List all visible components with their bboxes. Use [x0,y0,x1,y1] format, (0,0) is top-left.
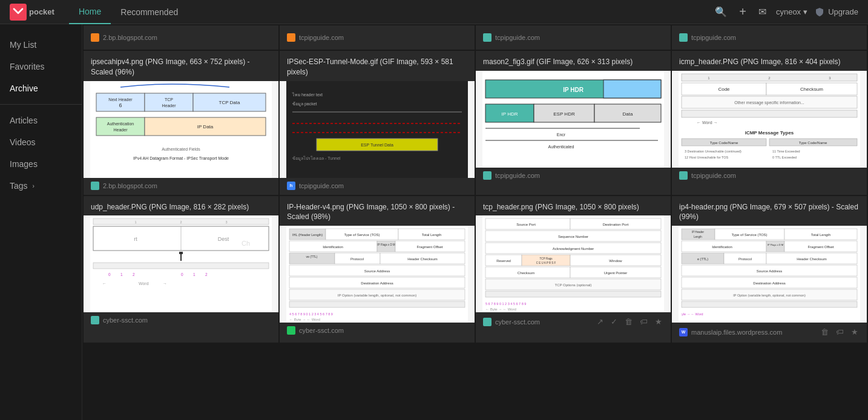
svg-rect-73 [93,263,269,269]
card-title: tcp_header.png (PNG Image, 1050 × 800 pi… [483,202,663,212]
svg-rect-20 [292,111,462,113]
check-button[interactable]: ✓ [610,316,619,327]
grid-item-tcp[interactable]: tcp_header.png (PNG Image, 1050 × 800 pi… [476,196,671,343]
add-icon: + [739,5,746,19]
svg-text:1: 1 [120,272,123,277]
grid-item-2-top[interactable]: tcpipguide.com [280,25,475,50]
sidebar-item-articles[interactable]: Articles [0,110,82,131]
delete-button2[interactable]: 🗑 [820,326,830,338]
grid-item-transport[interactable]: mason2_fig3.gif (GIF Image, 626 × 313 pi… [476,51,671,195]
svg-text:IP Header: IP Header [692,231,705,234]
svg-text:Reserved: Reserved [496,259,511,263]
email-button[interactable]: ✉ [756,4,769,20]
svg-text:Window: Window [609,259,622,263]
svg-text:IP Option (variable length, op: IP Option (variable length, optional, no… [338,294,416,297]
svg-text:Protocol: Protocol [738,257,752,261]
svg-text:Fragment Offset: Fragment Offset [807,245,834,249]
svg-text:Type Code/Name: Type Code/Name [710,141,738,145]
star-icon: ★ [851,327,858,336]
sidebar-item-videos[interactable]: Videos [0,131,82,153]
grid-item-icmp[interactable]: icmp_header.PNG (PNG Image, 816 × 404 pi… [672,51,867,195]
svg-text:3: 3 [225,220,227,224]
email-icon: ✉ [758,6,766,18]
svg-text:← Byte → ← Word: ← Byte → ← Word [289,318,320,321]
svg-rect-51 [682,110,857,117]
share-icon: ↗ [597,317,603,326]
site-favicon [91,33,99,42]
card-image: 1 2 3 Code Checksum Other message specif… [672,71,867,168]
add-button[interactable]: + [737,2,749,21]
grid-item-1-top[interactable]: 2.bp.blogspot.com [84,25,278,50]
svg-text:0: 0 [108,272,111,277]
card-header: IPSec-ESP-Tunnel-Mode.gif (GIF Image, 59… [280,51,475,81]
card-footer: tcpipguide.com [476,168,671,185]
grid-item-ipsec-esp[interactable]: IPSec-ESP-Tunnel-Mode.gif (GIF Image, 59… [280,51,475,195]
card-title: mason2_fig3.gif (GIF Image, 626 × 313 pi… [483,57,663,67]
card-image: ไทย header text ข้อมูล packet ESP Tunnel… [280,81,475,178]
svg-text:ICMP Message Types: ICMP Message Types [745,130,794,136]
card-title: ipsecahipv4.png (PNG Image, 663 × 752 pi… [91,57,271,77]
card-image: 1 2 3 rt Dest 0 [84,215,278,312]
grid-item-ipsecah[interactable]: ipsecahipv4.png (PNG Image, 663 × 752 pi… [84,51,278,195]
card-header: ipsecahipv4.png (PNG Image, 663 × 752 pi… [84,51,278,81]
svg-text:Header: Header [114,128,128,132]
card-image: Next Header 6 TCP Header TCP Data Authen… [84,81,278,178]
svg-text:Type of Service (TOS): Type of Service (TOS) [344,233,380,237]
svg-text:IP Flags x D M: IP Flags x D M [377,243,395,246]
site-favicon: h [287,182,295,190]
trash-icon: 🗑 [821,327,829,336]
card-footer: tcpipguide.com [672,168,867,185]
grid-item-udp[interactable]: udp_header.PNG (PNG Image, 816 × 282 pix… [84,196,278,343]
grid-item-ip4[interactable]: ip4-header.png (PNG Image, 679 × 507 pix… [672,196,867,343]
nav-links: Home Recommended [69,0,712,24]
site-name: cyber-ssct.com [103,317,271,324]
site-favicon [679,33,688,42]
svg-text:Authenticated: Authenticated [548,145,574,149]
tag-button2[interactable]: 🏷 [835,326,845,338]
sidebar-item-favorites[interactable]: Favorites [0,56,82,77]
nav-home[interactable]: Home [69,0,111,24]
source-name: tcpipguide.com [495,34,663,41]
favorite-button2[interactable]: ★ [850,326,860,338]
grid-item-ip-header[interactable]: IP-Header-v4.png (PNG Image, 1050 × 800 … [280,196,475,343]
card-title: icmp_header.PNG (PNG Image, 816 × 404 pi… [679,57,860,67]
sidebar-item-tags[interactable]: Tags › [0,175,82,197]
site-favicon [91,316,99,324]
site-favicon [483,171,492,180]
search-icon: 🔍 [715,6,727,18]
svg-rect-134 [485,291,661,297]
site-name: tcpipguide.com [691,172,860,179]
grid-item-4-top[interactable]: tcpipguide.com [672,25,867,50]
upgrade-button[interactable]: Upgrade [815,7,858,17]
svg-text:Checksum: Checksum [800,87,823,92]
svg-text:e (TTL): e (TTL) [697,257,708,261]
search-button[interactable]: 🔍 [712,4,729,20]
logo[interactable]: pocket [10,4,54,21]
svg-text:TCP Options (optional): TCP Options (optional) [555,283,592,287]
nav-recommended[interactable]: Recommended [111,0,188,24]
svg-text:Total Length: Total Length [811,233,831,237]
sidebar-item-label: Archive [10,84,38,93]
chevron-right-icon: › [33,183,35,189]
tag-button[interactable]: 🏷 [639,316,649,327]
sidebar-item-images[interactable]: Images [0,153,82,175]
sidebar-item-mylist[interactable]: My List [0,34,82,56]
grid-item-3-top[interactable]: tcpipguide.com [476,25,671,50]
svg-text:IP Flags x D M: IP Flags x D M [768,243,783,246]
card-footer: 2.bp.blogspot.com [84,178,278,195]
user-menu[interactable]: cyneox ▾ [776,7,807,16]
svg-text:ข้อมูลโปรโตคอล - Tunnel: ข้อมูลโปรโตคอล - Tunnel [292,156,341,161]
svg-text:ve (TTL): ve (TTL) [306,255,318,258]
share-button[interactable]: ↗ [596,316,605,327]
site-favicon [483,318,492,326]
svg-text:Identification: Identification [712,245,732,249]
svg-text:0: 0 [181,272,183,277]
svg-text:IHL (Header Length): IHL (Header Length) [292,233,323,237]
card-title: ip4-header.png (PNG Image, 679 × 507 pix… [679,202,860,223]
site-name: cyber-ssct.com [495,318,592,326]
card-title: IP-Header-v4.png (PNG Image, 1050 × 800 … [287,202,467,223]
favorite-button[interactable]: ★ [654,316,663,327]
card-header: mason2_fig3.gif (GIF Image, 626 × 313 pi… [476,51,671,71]
delete-button[interactable]: 🗑 [623,316,634,327]
sidebar-item-archive[interactable]: Archive [0,77,82,99]
